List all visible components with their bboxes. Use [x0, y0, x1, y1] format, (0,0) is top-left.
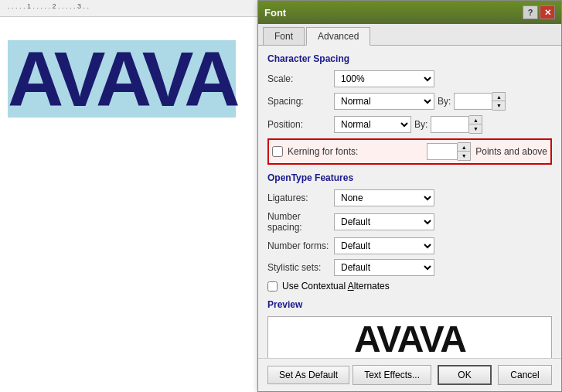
kerning-label: Kerning for fonts:: [288, 146, 422, 157]
spacing-spin-down[interactable]: ▼: [492, 101, 505, 110]
set-as-default-button[interactable]: Set As Default: [267, 366, 349, 384]
kerning-spin-buttons: ▲ ▼: [458, 142, 471, 161]
doc-highlight: AVAVA: [8, 40, 236, 118]
stylistic-sets-row: Stylistic sets: Default: [267, 259, 552, 276]
close-button[interactable]: ✕: [540, 5, 555, 19]
spacing-select[interactable]: Normal: [334, 93, 434, 110]
stylistic-sets-label: Stylistic sets:: [267, 262, 329, 273]
kerning-spin-input[interactable]: [427, 143, 458, 160]
spacing-by-input[interactable]: [454, 93, 492, 110]
dialog-titlebar: Font ? ✕: [258, 1, 561, 24]
cancel-button[interactable]: Cancel: [498, 365, 552, 385]
position-spin-buttons: ▲ ▼: [469, 115, 482, 134]
font-dialog: Font ? ✕ Font Advanced Character Spacing…: [257, 0, 562, 392]
spacing-label: Spacing:: [267, 96, 329, 107]
kerning-checkbox[interactable]: [272, 146, 283, 157]
contextual-label: Use Contextual Alternates: [282, 281, 390, 291]
doc-ava-text: AVAVA: [8, 36, 236, 122]
titlebar-buttons: ? ✕: [523, 5, 555, 19]
kerning-spin: ▲ ▼: [427, 142, 471, 161]
number-spacing-row: Number spacing: Default: [267, 211, 552, 233]
ligatures-select[interactable]: None: [334, 189, 434, 206]
preview-title: Preview: [267, 299, 552, 310]
position-spin-up[interactable]: ▲: [469, 116, 482, 124]
text-effects-button[interactable]: Text Effects...: [353, 365, 431, 385]
scale-row: Scale: 100%: [267, 70, 552, 87]
number-spacing-label: Number spacing:: [267, 211, 329, 233]
scale-label: Scale:: [267, 73, 329, 84]
position-by-input[interactable]: [431, 116, 469, 133]
spacing-control: Normal By: ▲ ▼: [334, 92, 506, 111]
footer-left: Set As Default: [267, 366, 349, 384]
position-select[interactable]: Normal: [334, 116, 411, 133]
position-by-spin: ▲ ▼: [431, 115, 482, 134]
position-by-label: By:: [414, 119, 427, 130]
ruler-marks: . . . . . 1 . . . . . 2 . . . . . 3 . .: [0, 0, 89, 10]
character-spacing-title: Character Spacing: [267, 53, 552, 64]
ligatures-row: Ligatures: None: [267, 189, 552, 206]
kerning-spin-up[interactable]: ▲: [458, 143, 470, 152]
contextual-checkbox[interactable]: [267, 281, 278, 291]
preview-text: AVAVA: [354, 321, 465, 358]
kerning-spin-down[interactable]: ▼: [458, 152, 470, 160]
scale-select[interactable]: 100%: [334, 70, 434, 87]
dialog-title: Font: [264, 7, 286, 19]
contextual-row: Use Contextual Alternates: [267, 281, 552, 291]
position-row: Position: Normal By: ▲ ▼: [267, 115, 552, 134]
help-button[interactable]: ?: [523, 5, 538, 19]
stylistic-sets-select[interactable]: Default: [334, 259, 434, 276]
opentype-title: OpenType Features: [267, 172, 552, 183]
preview-section: Preview AVAVA This is a TrueType font. T…: [267, 299, 552, 358]
kerning-points-label: Points and above: [475, 146, 547, 157]
number-forms-select[interactable]: Default: [334, 237, 434, 254]
kerning-row: Kerning for fonts: ▲ ▼ Points and above: [267, 138, 552, 165]
spacing-by-label: By:: [438, 96, 451, 107]
ligatures-label: Ligatures:: [267, 193, 329, 203]
position-spin-down[interactable]: ▼: [469, 124, 482, 133]
spacing-row: Spacing: Normal By: ▲ ▼: [267, 92, 552, 111]
dialog-tabs: Font Advanced: [258, 24, 561, 46]
footer-right: Text Effects... OK Cancel: [353, 365, 552, 385]
opentype-section: OpenType Features Ligatures: None Number…: [267, 172, 552, 291]
tab-advanced[interactable]: Advanced: [306, 27, 370, 46]
spacing-spin-up[interactable]: ▲: [492, 93, 505, 101]
ok-button[interactable]: OK: [438, 365, 492, 385]
position-label: Position:: [267, 119, 329, 130]
scale-control: 100%: [334, 70, 434, 87]
dialog-body: Character Spacing Scale: 100% Spacing: N…: [258, 46, 561, 358]
doc-content: AVAVA: [0, 25, 263, 133]
position-control: Normal By: ▲ ▼: [334, 115, 482, 134]
dialog-footer: Set As Default Text Effects... OK Cancel: [258, 358, 561, 391]
tab-font[interactable]: Font: [263, 27, 305, 45]
preview-box: AVAVA: [267, 316, 552, 358]
number-forms-row: Number forms: Default: [267, 237, 552, 254]
spacing-by-spin: ▲ ▼: [454, 92, 506, 111]
document-area: Paragraph ⧉ . . . . . 1 . . . . . 2 . . …: [0, 0, 263, 392]
doc-ruler: . . . . . 1 . . . . . 2 . . . . . 3 . .: [0, 0, 263, 17]
spacing-spin-buttons: ▲ ▼: [492, 92, 506, 111]
number-spacing-select[interactable]: Default: [334, 213, 434, 230]
number-forms-label: Number forms:: [267, 240, 329, 251]
